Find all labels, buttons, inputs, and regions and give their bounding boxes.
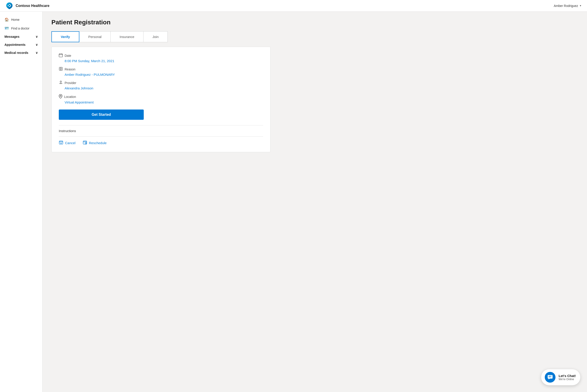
messages-chevron-icon: ∨: [36, 35, 38, 38]
chat-title: Let's Chat!: [558, 374, 576, 378]
reason-label-row: Reason: [59, 67, 263, 72]
home-icon: 🏠: [4, 18, 9, 22]
divider-2: [59, 136, 263, 136]
sidebar-group-messages[interactable]: Messages ∨: [0, 33, 42, 41]
user-menu[interactable]: Amber Rodriguez ▼: [554, 4, 582, 8]
location-value: Virtual Appointment: [64, 100, 263, 104]
provider-label-row: Provider: [59, 80, 263, 85]
provider-row: Provider Alexandra Johnson: [59, 80, 263, 90]
sidebar-group-medical-records[interactable]: Medical records ∨: [0, 49, 42, 57]
svg-point-8: [60, 81, 62, 82]
sidebar-find-doctor-label: Find a doctor: [11, 26, 30, 30]
appointments-chevron-icon: ∨: [36, 43, 38, 46]
brand-logo-icon: [5, 2, 14, 10]
provider-value: Alexandra Johnson: [64, 86, 263, 90]
date-value: 8:00 PM Sunday, March 21, 2021: [64, 59, 263, 63]
page-title: Patient Registration: [52, 19, 578, 26]
reason-label: Reason: [64, 68, 75, 71]
reason-value: Amber Rodriguez - PULMONARY: [64, 73, 263, 76]
sidebar-item-find-doctor[interactable]: 🪪 Find a doctor: [0, 24, 42, 33]
user-name: Amber Rodriguez: [554, 4, 578, 8]
tab-join[interactable]: Join: [143, 31, 168, 42]
cancel-link[interactable]: Cancel: [59, 140, 76, 146]
tab-insurance[interactable]: Insurance: [110, 31, 144, 42]
brand: Contoso Healthcare: [5, 2, 50, 10]
reschedule-link[interactable]: Reschedule: [83, 140, 107, 146]
tabs: Verify Personal Insurance Join: [52, 31, 578, 42]
tab-verify[interactable]: Verify: [52, 31, 79, 42]
reason-icon: [59, 67, 63, 72]
brand-name: Contoso Healthcare: [16, 4, 50, 8]
sidebar-home-label: Home: [11, 18, 20, 22]
date-icon: [59, 53, 63, 58]
svg-point-9: [60, 96, 61, 96]
svg-rect-10: [59, 141, 63, 144]
find-doctor-icon: 🪪: [4, 26, 9, 30]
date-row: Date 8:00 PM Sunday, March 21, 2021: [59, 53, 263, 63]
chevron-down-icon: ▼: [580, 4, 582, 7]
main-content: Patient Registration Verify Personal Ins…: [42, 12, 587, 392]
get-started-button[interactable]: Get Started: [59, 110, 144, 120]
chat-icon: [545, 372, 556, 382]
chat-text: Let's Chat! We're Online: [558, 374, 576, 381]
medical-records-chevron-icon: ∨: [36, 51, 38, 54]
cancel-label: Cancel: [65, 141, 76, 145]
location-row: Location Virtual Appointment: [59, 94, 263, 104]
chat-bubble[interactable]: Let's Chat! We're Online: [541, 369, 580, 385]
provider-label: Provider: [64, 81, 76, 85]
sidebar-group-appointments[interactable]: Appointments ∨: [0, 41, 42, 49]
provider-icon: [59, 80, 63, 85]
reschedule-icon: [83, 140, 87, 146]
chat-subtitle: We're Online: [558, 378, 576, 381]
instructions-label: Instructions: [59, 129, 263, 133]
tab-personal[interactable]: Personal: [79, 31, 111, 42]
svg-rect-23: [548, 376, 552, 376]
svg-rect-0: [59, 54, 62, 57]
sidebar: 🏠 Home 🪪 Find a doctor Messages ∨ Appoin…: [0, 12, 42, 392]
date-label: Date: [64, 54, 71, 58]
svg-marker-22: [548, 378, 550, 380]
svg-point-5: [60, 68, 62, 70]
date-label-row: Date: [59, 53, 263, 58]
appointment-card: Date 8:00 PM Sunday, March 21, 2021: [52, 47, 270, 152]
divider-1: [59, 125, 263, 126]
svg-rect-24: [548, 377, 551, 377]
action-links: Cancel Reschedule: [59, 140, 263, 146]
reason-row: Reason Amber Rodriguez - PULMONARY: [59, 67, 263, 76]
medical-records-label: Medical records: [4, 51, 28, 54]
location-label-row: Location: [59, 94, 263, 100]
appointments-label: Appointments: [4, 43, 26, 46]
location-pin-icon: [59, 94, 62, 100]
top-header: Contoso Healthcare Amber Rodriguez ▼: [0, 0, 587, 12]
messages-label: Messages: [4, 35, 20, 38]
reschedule-label: Reschedule: [89, 141, 107, 145]
location-label: Location: [64, 95, 76, 98]
cancel-icon: [59, 140, 63, 146]
sidebar-item-home[interactable]: 🏠 Home: [0, 15, 42, 24]
